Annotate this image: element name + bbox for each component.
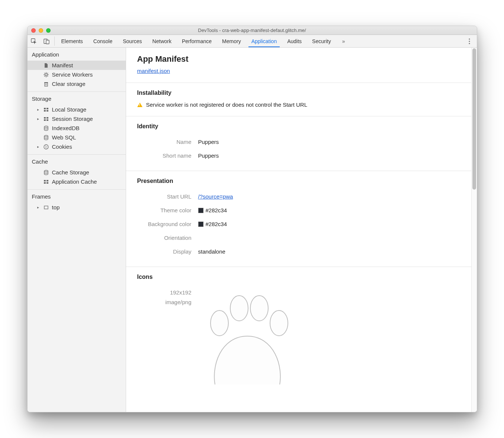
theme-color-swatch	[198, 208, 203, 213]
svg-point-4	[469, 41, 470, 42]
db-icon	[43, 135, 49, 140]
tab-performance[interactable]: Performance	[177, 35, 217, 47]
svg-point-43	[270, 310, 288, 336]
grid-icon	[43, 179, 49, 184]
db-icon	[43, 170, 49, 175]
grid-icon	[43, 116, 49, 122]
close-window-button[interactable]	[31, 28, 36, 33]
sidebar-item-session-storage[interactable]: ▸Session Storage	[28, 114, 126, 123]
sidebar-item-label: Clear storage	[52, 81, 86, 87]
sidebar-item-label: top	[52, 204, 60, 210]
label-display: Display	[137, 248, 192, 255]
app-icon-preview	[199, 288, 296, 384]
tab-security[interactable]: Security	[307, 35, 336, 47]
tab-elements[interactable]: Elements	[56, 35, 88, 47]
sidebar-item-label: IndexedDB	[52, 125, 80, 131]
window-controls	[31, 28, 51, 33]
sidebar-group-title: Cache	[28, 154, 126, 168]
sidebar-item-label: Service Workers	[52, 71, 93, 78]
installability-warning: Service worker is not registered or does…	[137, 102, 460, 108]
sidebar-item-label: Local Storage	[52, 106, 87, 113]
value-bg-color: #282c34	[206, 221, 227, 227]
sidebar-group-title: Storage	[28, 91, 126, 105]
sidebar-item-label: Web SQL	[52, 134, 76, 141]
svg-rect-23	[44, 117, 46, 119]
grid-icon	[43, 107, 49, 112]
value-theme-color: #282c34	[206, 207, 227, 213]
manifest-link[interactable]: manifest.json	[137, 68, 170, 74]
trash-icon	[43, 81, 49, 87]
inspect-element-button[interactable]	[28, 35, 40, 47]
value-short-name: Puppers	[198, 152, 219, 159]
icons-section: Icons 192x192 image/png	[126, 267, 471, 384]
sidebar-item-cache-storage[interactable]: Cache Storage	[28, 168, 126, 177]
tab-memory[interactable]: Memory	[217, 35, 246, 47]
svg-point-41	[230, 296, 248, 321]
label-bg-color: Background color	[137, 221, 192, 227]
sidebar-item-clear-storage[interactable]: Clear storage	[28, 79, 126, 88]
label-theme-color: Theme color	[137, 207, 192, 213]
minimize-window-button[interactable]	[39, 28, 43, 33]
tab-application[interactable]: Application	[246, 35, 282, 47]
svg-point-28	[44, 135, 48, 137]
label-start-url: Start URL	[137, 193, 192, 200]
scrollbar[interactable]	[471, 48, 477, 412]
scrollbar-thumb[interactable]	[472, 48, 476, 190]
presentation-section: Presentation Start URL/?source=pwa Theme…	[126, 171, 471, 258]
warning-icon	[137, 103, 142, 107]
tab-network[interactable]: Network	[147, 35, 177, 47]
sidebar-group-title: Frames	[28, 189, 126, 203]
svg-rect-35	[44, 180, 46, 181]
tab-sources[interactable]: Sources	[118, 35, 147, 47]
device-toolbar-button[interactable]	[40, 35, 53, 47]
sidebar-item-top[interactable]: ▸top	[28, 203, 126, 212]
sidebar: ApplicationManifestService WorkersClear …	[28, 48, 126, 412]
value-name: Puppers	[198, 139, 219, 145]
value-start-url[interactable]: /?source=pwa	[198, 193, 233, 200]
svg-point-6	[45, 74, 47, 76]
svg-point-42	[250, 296, 268, 321]
label-orientation: Orientation	[137, 235, 192, 241]
svg-rect-24	[46, 117, 48, 119]
sidebar-item-cookies[interactable]: ▸Cookies	[28, 142, 126, 151]
cookie-icon	[43, 144, 49, 149]
sidebar-item-manifest[interactable]: Manifest	[28, 61, 126, 70]
svg-rect-20	[46, 108, 48, 109]
svg-rect-19	[44, 108, 46, 109]
sidebar-item-application-cache[interactable]: Application Cache	[28, 177, 126, 186]
svg-line-13	[47, 73, 48, 74]
installability-section: Installability Service worker is not reg…	[126, 83, 471, 108]
svg-point-29	[44, 145, 48, 149]
identity-section: Identity NamePuppers Short namePuppers	[126, 116, 471, 162]
tab-console[interactable]: Console	[88, 35, 118, 47]
panel-tabs: ElementsConsoleSourcesNetworkPerformance…	[56, 35, 336, 47]
svg-point-5	[469, 43, 470, 44]
devtools-window: DevTools - cra-web-app-manifest-defaut.g…	[27, 26, 477, 412]
label-short-name: Short name	[137, 152, 192, 159]
bg-color-swatch	[198, 222, 203, 227]
kebab-menu-button[interactable]	[462, 35, 477, 47]
sidebar-item-service-workers[interactable]: Service Workers	[28, 70, 126, 79]
zoom-window-button[interactable]	[46, 28, 51, 33]
sidebar-item-local-storage[interactable]: ▸Local Storage	[28, 105, 126, 114]
tabs-overflow-button[interactable]: »	[336, 35, 351, 47]
main-panel: App Manifest manifest.json Installabilit…	[126, 48, 471, 412]
label-name: Name	[137, 139, 192, 145]
warning-text: Service worker is not registered or does…	[146, 102, 308, 108]
svg-rect-36	[46, 180, 48, 181]
icon-mime: image/png	[137, 297, 192, 307]
window-title: DevTools - cra-web-app-manifest-defaut.g…	[198, 28, 306, 33]
sidebar-item-label: Cache Storage	[52, 169, 89, 175]
section-title: Identity	[137, 123, 460, 130]
svg-point-40	[211, 310, 228, 336]
icon-meta: 192x192 image/png	[137, 288, 192, 307]
svg-point-27	[44, 126, 48, 128]
svg-rect-26	[46, 119, 48, 121]
sidebar-item-indexeddb[interactable]: IndexedDB	[28, 123, 126, 133]
tab-audits[interactable]: Audits	[282, 35, 307, 47]
file-icon	[43, 63, 49, 68]
sidebar-item-web-sql[interactable]: Web SQL	[28, 133, 126, 142]
disclosure-triangle-icon: ▸	[36, 145, 40, 149]
disclosure-triangle-icon: ▸	[36, 205, 40, 209]
svg-point-34	[44, 170, 48, 172]
